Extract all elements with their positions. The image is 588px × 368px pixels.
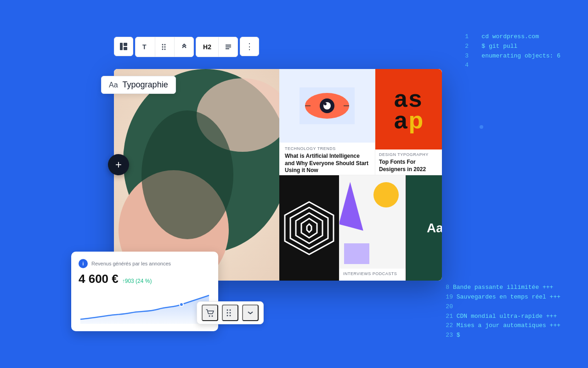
- terminal-line-1: 1 cd wordpress.com: [465, 32, 560, 42]
- blog-tags-2: DESIGN TYPOGRAPHY: [379, 152, 438, 157]
- svg-point-37: [227, 315, 228, 316]
- svg-point-33: [227, 310, 228, 311]
- svg-point-6: [162, 46, 163, 48]
- svg-point-38: [230, 315, 231, 316]
- stats-icon: i: [79, 259, 88, 268]
- aa-text: Aa: [427, 221, 442, 236]
- blog-eye-image: [279, 69, 375, 143]
- text-toolbar-group: T: [135, 37, 194, 57]
- terminal-line-2: 2 $ git pull: [465, 42, 560, 52]
- stats-label: Revenus générés par les annonces: [91, 261, 171, 266]
- svg-point-36: [230, 312, 231, 314]
- chevron-button[interactable]: [174, 37, 193, 57]
- svg-rect-2: [124, 47, 127, 50]
- typography-text: Typographie: [123, 80, 168, 90]
- aa-font-card: Aa: [406, 175, 442, 281]
- toolbar: T H2 ⋮: [114, 37, 259, 57]
- svg-point-5: [164, 44, 165, 46]
- abstract-shapes-area: [339, 175, 406, 269]
- stats-chart: [79, 292, 211, 324]
- svg-marker-28: [301, 218, 317, 238]
- rectangle-shape: [344, 243, 369, 264]
- svg-marker-25: [285, 202, 334, 254]
- svg-point-9: [164, 49, 165, 50]
- stats-value: 4 600 €: [79, 272, 119, 286]
- svg-point-35: [227, 312, 228, 314]
- svg-text:T: T: [142, 43, 147, 51]
- terminal-line-4: 4: [465, 61, 560, 70]
- svg-point-8: [162, 49, 163, 50]
- typography-label: Aa Typographie: [101, 76, 176, 94]
- blog-tags-1: TECHNOLOGY TRENDS: [285, 146, 369, 151]
- stats-amount: 4 600 € ↑903 (24 %): [79, 272, 211, 286]
- bottom-toolbar: [197, 301, 264, 324]
- dots-button[interactable]: [155, 37, 174, 57]
- svg-point-17: [141, 110, 233, 239]
- right-content-panel: TECHNOLOGY TRENDS What is Artificial Int…: [279, 69, 442, 281]
- svg-point-30: [180, 303, 183, 306]
- more-button[interactable]: ⋮: [240, 37, 259, 56]
- align-button[interactable]: [218, 37, 237, 57]
- h2-button[interactable]: H2: [196, 37, 218, 57]
- text-button[interactable]: T: [136, 37, 155, 57]
- terminal-top: 1 cd wordpress.com 2 $ git pull 3 enumer…: [465, 32, 560, 70]
- blog-card-ai: TECHNOLOGY TRENDS What is Artificial Int…: [279, 69, 375, 175]
- abstract-shapes-card: INTERVIEWS PODCASTS: [339, 175, 406, 281]
- blog-grid-top: TECHNOLOGY TRENDS What is Artificial Int…: [279, 69, 442, 175]
- svg-point-32: [212, 316, 213, 317]
- typography-icon: Aa: [109, 81, 118, 89]
- terminal-bottom: 8 Bande passante illimitée +++ 19 Sauveg…: [446, 283, 560, 340]
- blog-title-1: What is Artificial Intelligence and Why …: [285, 153, 369, 174]
- abstract-card-bottom: INTERVIEWS PODCASTS: [339, 269, 406, 281]
- stats-delta: ↑903 (24 %): [122, 278, 152, 284]
- stats-header: i Revenus générés par les annonces: [79, 259, 211, 268]
- svg-marker-29: [307, 224, 311, 232]
- svg-marker-27: [296, 213, 322, 243]
- svg-point-22: [324, 103, 327, 105]
- triangle-shape: [339, 182, 374, 231]
- svg-point-4: [162, 44, 163, 46]
- svg-point-31: [209, 316, 210, 317]
- main-window: TECHNOLOGY TRENDS What is Artificial Int…: [114, 69, 442, 281]
- h2-toolbar-group: H2: [196, 37, 238, 57]
- asap-image: a s a p: [375, 69, 442, 150]
- grid-btn[interactable]: [222, 305, 238, 321]
- svg-rect-1: [124, 43, 127, 46]
- bottom-tags: INTERVIEWS PODCASTS: [343, 271, 402, 276]
- add-block-button[interactable]: +: [108, 154, 129, 175]
- layout-button[interactable]: [114, 37, 133, 56]
- scroll-dot-indicator: [480, 125, 483, 129]
- stats-widget: i Revenus générés par les annonces 4 600…: [71, 252, 218, 331]
- circle-shape: [373, 182, 399, 207]
- blog-title-2: Top Fonts For Designers in 2022: [379, 159, 438, 173]
- blog-card-typography: a s a p DESIGN TYPOGRAPHY Top Fonts For …: [375, 69, 442, 175]
- hexagon-image: [279, 175, 339, 281]
- collapse-button[interactable]: [242, 305, 259, 321]
- terminal-line-3: 3 enumerating objects: 6: [465, 52, 560, 61]
- cart-button[interactable]: [202, 305, 218, 321]
- svg-point-7: [164, 46, 165, 48]
- svg-point-34: [230, 310, 231, 311]
- aa-display: Aa: [427, 221, 442, 236]
- left-art-panel: [114, 69, 279, 281]
- asap-text: a s a p: [394, 88, 424, 131]
- svg-rect-0: [120, 43, 123, 50]
- blog-grid-bottom: INTERVIEWS PODCASTS Aa: [279, 175, 442, 281]
